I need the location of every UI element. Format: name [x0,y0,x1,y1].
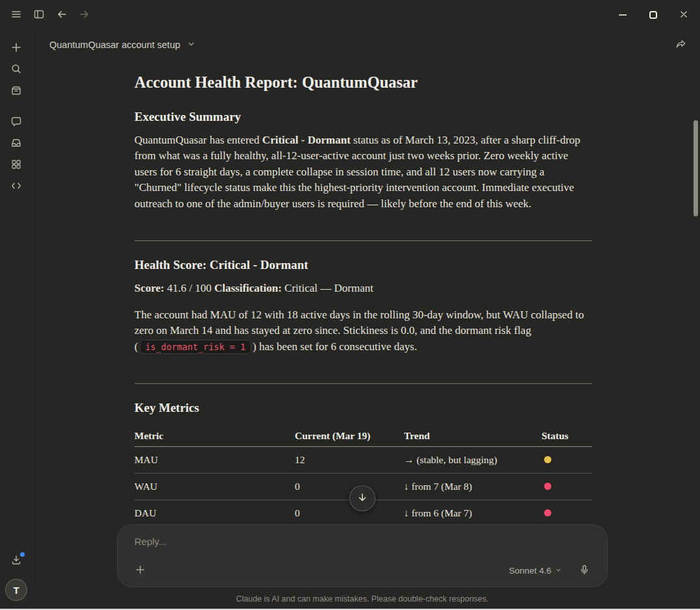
plus-icon [10,42,22,55]
attach-button[interactable] [133,563,147,578]
sidebar-bottom: T [5,554,27,601]
divider [134,240,592,241]
model-selector[interactable]: Sonnet 4.6 [509,566,562,576]
search-button[interactable] [9,63,23,76]
main-area: QuantumQuasar account setup Account Heal… [32,30,700,610]
exec-summary-heading: Executive Summary [134,110,592,124]
artifacts-button[interactable] [9,137,23,150]
avatar-initial: T [13,585,19,596]
metric-current-cell: 0 [295,481,404,492]
notification-dot [20,552,25,557]
forward-button[interactable] [78,8,91,21]
maximize-icon [649,11,657,19]
metric-trend-cell: ↓ from 7 (Mar 8) [404,481,542,492]
menu-icon [10,8,22,22]
minimize-button[interactable] [616,8,629,21]
health-paragraph: The account had MAU of 12 with 18 active… [134,307,592,355]
back-button[interactable] [55,8,68,21]
code-button[interactable] [9,180,23,193]
key-metrics-heading: Key Metrics [134,401,592,415]
table-row: MAU12→ (stable, but lagging) [134,447,592,474]
conversation-title-dropdown[interactable]: QuantumQuasar account setup [49,40,195,50]
mic-button[interactable] [577,563,592,578]
vertical-scrollbar[interactable] [694,120,698,216]
chat-bubble-icon [10,116,22,129]
apps-button[interactable] [9,159,23,172]
col-header-metric: Metric [134,430,295,442]
status-dot [544,509,551,516]
metric-name-cell: WAU [134,481,295,492]
forward-icon [79,8,90,22]
model-chevron-icon [555,566,562,576]
sidebar-toggle-icon [33,8,45,22]
chevron-down-icon [187,40,195,50]
reply-composer[interactable]: Reply... Sonnet 4.6 [117,524,608,587]
titlebar-left [0,8,91,21]
status-dot [544,456,551,463]
metric-current-cell: 12 [295,454,404,466]
close-button[interactable] [677,8,690,21]
minimize-icon [619,14,627,16]
window-controls [616,8,700,21]
model-label: Sonnet 4.6 [509,566,551,576]
grid-icon [10,159,22,172]
chats-button[interactable] [9,116,23,129]
back-icon [56,8,68,22]
menu-button[interactable] [10,8,23,21]
projects-button[interactable] [9,84,23,97]
document-title: Account Health Report: QuantumQuasar [134,73,592,93]
sidebar-toggle-button[interactable] [32,8,45,21]
titlebar [0,0,700,30]
avatar[interactable]: T [5,579,27,601]
new-chat-button[interactable] [9,42,23,55]
composer-right: Sonnet 4.6 [509,563,592,578]
metric-name-cell: DAU [134,507,295,519]
chat-header: QuantumQuasar account setup [33,30,700,60]
metric-trend-cell: ↓ from 6 (Mar 7) [404,507,542,519]
mic-icon [579,564,590,578]
download-button[interactable] [9,554,23,567]
share-button[interactable] [673,37,688,53]
sidebar: T [0,30,32,610]
exec-summary-paragraph: QuantumQuasar has entered Critical - Dor… [134,133,592,212]
metric-trend-cell: → (stable, but lagging) [404,454,542,466]
col-header-current: Current (Mar 19) [295,430,404,442]
metric-status-cell [542,481,592,492]
close-icon [679,9,689,21]
score-line: Score: 41.6 / 100 Classification: Critic… [134,281,592,297]
code-icon [10,180,22,194]
metric-name-cell: MAU [134,454,295,466]
search-icon [10,63,22,77]
col-header-status: Status [542,430,592,442]
metric-status-cell [542,507,592,519]
composer-toolbar: Sonnet 4.6 [134,563,592,578]
reply-input[interactable]: Reply... [134,536,592,547]
metric-status-cell [542,454,592,466]
table-header-row: Metric Current (Mar 19) Trend Status [134,425,592,447]
divider [134,383,592,384]
projects-box-icon [10,84,22,98]
col-header-trend: Trend [404,430,542,442]
scroll-down-button[interactable] [349,485,375,511]
metric-current-cell: 0 [295,507,404,519]
health-score-heading: Health Score: Critical - Dormant [134,258,592,272]
status-dot [544,483,551,490]
share-icon [675,38,687,52]
arrow-down-icon [356,492,368,505]
report-document: Account Health Report: QuantumQuasar Exe… [134,73,592,553]
conversation-title: QuantumQuasar account setup [49,40,181,50]
maximize-button[interactable] [647,8,660,21]
attach-plus-icon [134,564,146,578]
disclaimer-text: Claude is AI and can make mistakes. Plea… [117,594,608,604]
tray-icon [10,137,22,151]
